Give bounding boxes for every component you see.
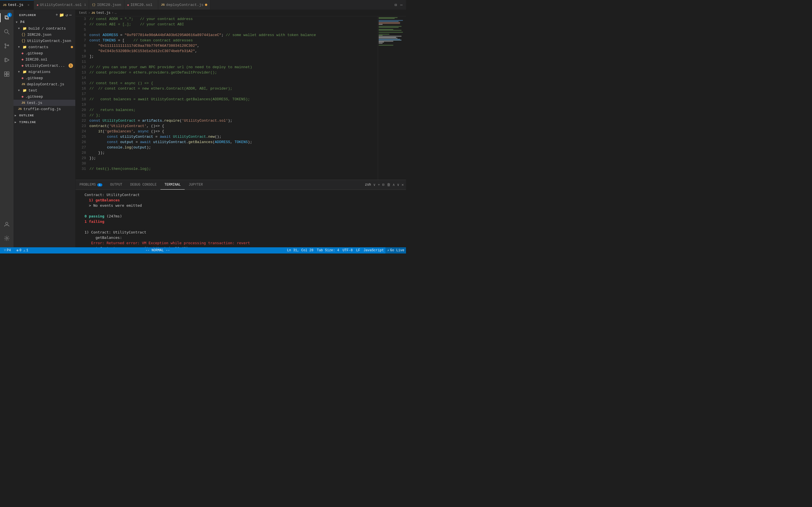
status-tabsize[interactable]: Tab Size: 4 [315,247,341,253]
tab-size-label: Tab Size: 4 [317,248,339,252]
code-line-18: // const balances = await UtilityContrac… [89,97,378,102]
terminal-new-button[interactable]: + [378,183,380,187]
terminal-shell-chevron[interactable]: ∨ [373,182,375,187]
code-line-3: // const ADDR = "…"; // your contract ad… [89,16,378,22]
status-lineending[interactable]: LF [354,247,362,253]
activity-search[interactable] [0,25,13,39]
sidebar-title: Explorer [19,13,36,17]
status-encoding[interactable]: UTF-8 [341,247,354,253]
contracts-modified-dot [71,46,73,48]
tab-ierc20json[interactable]: {} IERC20.json [89,0,124,10]
code-line-10: ]; [89,54,378,59]
tab-utilitycontract[interactable]: ◆ UtilityContract.sol 1 [34,0,89,10]
sidebar-item-gitkeep1[interactable]: ◆ .gitkeep [13,50,75,56]
outline-header[interactable]: ▶ OUTLINE [13,113,75,118]
accounts-icon [4,221,10,227]
code-content[interactable]: // const ADDR = "…"; // your contract ad… [88,16,378,180]
terminal-trash-button[interactable]: 🗑 [387,183,391,187]
status-errors[interactable]: ⊗ 0 ⚠ 1 [15,247,30,253]
sidebar-item-testjs[interactable]: JS test.js [13,100,75,106]
more-actions-button[interactable]: ⋯ [399,2,404,8]
activity-explorer[interactable]: ⧉ 1 [0,11,13,24]
terminal-content[interactable]: Contract: UtilityContract 1) getBalances… [75,190,406,247]
timeline-header[interactable]: ▶ TIMELINE [13,119,75,125]
svg-rect-8 [4,72,6,74]
code-editor[interactable]: 3 4 5 6 7 8 9 10 11 12 13 14 15 16 [75,16,378,180]
sidebar: Explorer + 📁 ↺ ⋯ ▼ P4 ▼ 📁 build [13,10,75,247]
code-line-31: // test().then(console.log); [89,166,378,172]
activity-accounts[interactable] [0,217,13,231]
code-line-14 [89,75,378,80]
sidebar-item-ierc20json[interactable]: {} IERC20.json [13,32,75,38]
sidebar-item-ierc20sol[interactable]: ◆ IERC20.sol [13,56,75,62]
chevron-test: ▼ [18,89,21,92]
activity-run[interactable] [0,53,13,67]
vim-mode-label: -- NORMAL -- [146,248,170,252]
sidebar-header-actions: + 📁 ↺ ⋯ [56,13,72,17]
truffleconfig-label: truffle-config.js [23,107,61,111]
panel-tab-terminal[interactable]: TERMINAL [160,180,185,189]
tab-testjs[interactable]: JS test.js ✕ [0,0,34,10]
editor-area: test › JS test.js › … 3 4 5 6 7 8 [75,10,406,247]
utilitycontractjson-label: UtilityContract.json [27,39,71,43]
code-line-6: const ADDRESS = "0xf977814e90dA44bFA03b6… [89,33,378,38]
activity-extensions[interactable] [0,67,13,81]
status-golive[interactable]: ⚡ Go Live [386,247,406,253]
status-cursor[interactable]: Ln 31, Col 28 [285,247,315,253]
split-editor-button[interactable]: ⊟ [393,2,398,8]
sidebar-item-p4[interactable]: ▼ P4 [13,19,75,25]
terminal-close-button[interactable]: ✕ [402,182,404,187]
timeline-section: ▶ TIMELINE [13,119,75,126]
terminal-split-button[interactable]: ⊟ [382,182,385,187]
sidebar-item-deploycontract[interactable]: JS deployContract.js [13,81,75,87]
status-language[interactable]: JavaScript [362,247,386,253]
terminal-line-9: getBalances: [80,235,402,240]
jupyter-label: JUPYTER [189,183,203,187]
git-icon [4,43,10,49]
refresh-icon[interactable]: ↺ [65,13,68,17]
code-line-9: "0xC943c5320B9c18C153d1e2d12cC3074bebfb3… [89,48,378,54]
status-mode: -- NORMAL -- [30,248,285,252]
new-folder-icon[interactable]: 📁 [59,13,64,17]
tab-bar: JS test.js ✕ ◆ UtilityContract.sol 1 {} … [0,0,406,10]
sol-file-icon-1: ◆ [21,57,24,62]
sidebar-item-gitkeep3[interactable]: ◆ .gitkeep [13,94,75,100]
panel-actions: zsh ∨ + ⊟ 🗑 ∧ ∨ ✕ [363,182,406,187]
svg-rect-11 [7,74,9,76]
panel-tab-problems[interactable]: PROBLEMS 1 [75,180,106,189]
code-line-21: // }; [89,113,378,118]
terminal-chevron-up[interactable]: ∧ [393,182,395,187]
sidebar-item-build-contracts[interactable]: ▼ 📁 build / contracts [13,25,75,32]
activity-git[interactable] [0,39,13,53]
sidebar-item-migrations[interactable]: ▼ 📁 migrations [13,69,75,75]
sidebar-item-utilitycontractsol[interactable]: ◆ UtilityContract... 1 [13,62,75,69]
tab-bar-actions: ⊟ ⋯ [391,0,406,10]
collapse-icon[interactable]: ⋯ [69,13,72,17]
sidebar-item-test-folder[interactable]: ▼ 📁 test [13,87,75,94]
code-line-5 [89,27,378,33]
new-file-icon[interactable]: + [56,13,58,17]
tab-deploycontract[interactable]: JS deployContract.js [158,0,210,10]
svg-point-13 [6,237,8,239]
breadcrumb-test: test [79,11,87,15]
panel-tab-output[interactable]: OUTPUT [106,180,126,189]
status-branch[interactable]: ⑂ P4 [2,247,12,253]
warning-icon: ⚠ [23,248,26,252]
panel-tab-debug[interactable]: DEBUG CONSOLE [126,180,161,189]
sidebar-item-utilitycontractjson[interactable]: {} UtilityContract.json [13,38,75,44]
tab-ierc20sol[interactable]: ◆ IERC20.sol [124,0,158,10]
activity-settings[interactable] [0,231,13,245]
panel-tab-jupyter[interactable]: JUPYTER [185,180,207,189]
sidebar-item-gitkeep2[interactable]: ◆ .gitkeep [13,75,75,81]
code-line-20: // return balances; [89,107,378,113]
svg-rect-9 [7,72,9,74]
sidebar-item-contracts[interactable]: ▼ 📁 contracts [13,44,75,50]
folder-icon-migrations: 📁 [22,70,27,74]
code-line-7: const TOKENS = [ // token contract addre… [89,38,378,43]
tab-close-testjs[interactable]: ✕ [26,3,31,7]
terminal-chevron-down[interactable]: ∨ [397,182,399,187]
terminal-line-2: 1) getBalances [80,198,402,203]
debug-label: DEBUG CONSOLE [130,183,157,187]
sidebar-item-truffleconfig[interactable]: JS truffle-config.js [13,106,75,112]
code-line-26: const output = await utilityContract.get… [89,139,378,145]
